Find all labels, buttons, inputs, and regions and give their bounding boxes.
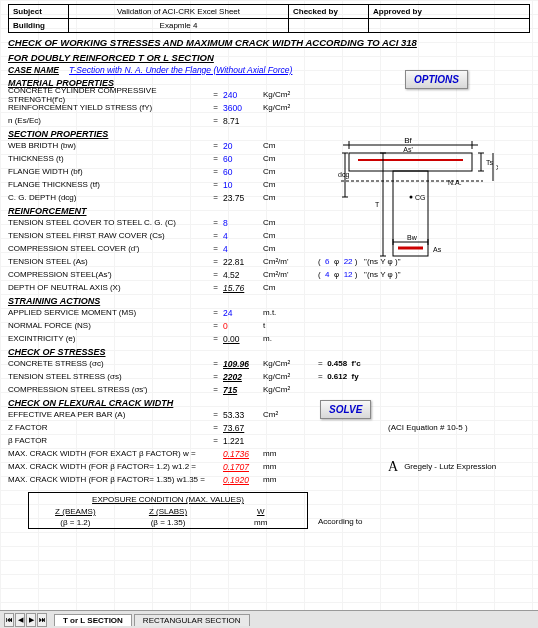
sc-value: 109.96 (223, 359, 263, 369)
bw-label: WEB BRIDTH (bw) (8, 141, 208, 150)
z-note: (ACI Equation # 10-5 ) (388, 423, 468, 432)
beta-label: β FACTOR (8, 436, 208, 445)
subject-label: Subject (9, 5, 69, 18)
tab-last-icon[interactable]: ⏭ (37, 613, 47, 627)
approved-value (369, 19, 449, 32)
main-title-1: CHECK OF WORKING STRESSES AND MAXIMUM CR… (8, 37, 530, 48)
c-value[interactable]: 8 (223, 218, 263, 228)
dprime-value[interactable]: 4 (223, 244, 263, 254)
exposure-table: EXPOSURE CONDITION (MAX. VALUES) Z (BEAM… (28, 492, 308, 529)
building-label: Building (9, 19, 69, 32)
ms-value[interactable]: 24 (223, 308, 263, 318)
w-value: 0.1736 (223, 449, 263, 459)
w-label: MAX. CRACK WIDTH (FOR EXACT β FACTOR) w … (8, 449, 223, 458)
ss-label: TENSION STEEL STRESS (σs) (8, 372, 208, 381)
dcg-label: C. G. DEPTH (dcg) (8, 193, 208, 202)
z-value: 73.67 (223, 423, 263, 433)
a-value: 53.33 (223, 410, 263, 420)
e-label: EXCINTRICITY (e) (8, 334, 208, 343)
straining-heading: STRAINING ACTIONS (8, 296, 530, 306)
dcg-value: 23.75 (223, 193, 263, 203)
w135-label: MAX. CRACK WIDTH (FOR β FACTOR= 1.35) w1… (8, 475, 223, 484)
expo-title: EXPOSURE CONDITION (MAX. VALUES) (29, 493, 307, 506)
subject-value: Validation of ACI-CRK Excel Sheet (69, 5, 289, 18)
n-value: 8.71 (223, 116, 263, 126)
tab-next-icon[interactable]: ▶ (26, 613, 36, 627)
z-label: Z FACTOR (8, 423, 208, 432)
approved-label: Approved by (369, 5, 449, 18)
tab-prev-icon[interactable]: ◀ (15, 613, 25, 627)
ssprime-value: 715 (223, 385, 263, 395)
gregely-mark: A (388, 459, 398, 475)
case-link[interactable]: T-Section with N. A. Under the Flange (W… (69, 65, 292, 75)
bf-label: FLANGE WIDTH (bf) (8, 167, 208, 176)
n-label: n (Es/Ec) (8, 116, 208, 125)
main-title-2: FOR DOUBLY REINFORCED T OR L SECTION (8, 52, 530, 63)
bw-value[interactable]: 20 (223, 141, 263, 151)
according-to: According to (318, 517, 530, 526)
ssprime-label: COMPRESSION STEEL STRESS (σs') (8, 385, 208, 394)
tab-first-icon[interactable]: ⏮ (4, 613, 14, 627)
asprime-value: 4.52 (223, 270, 263, 280)
asprime-label: COMPRESSION STEEL(As') (8, 270, 208, 279)
section-props-heading: SECTION PROPERTIES (8, 129, 530, 139)
as-label: TENSION STEEL (As) (8, 257, 208, 266)
x-label: DEPTH OF NEUTRAL AXIS (X) (8, 283, 208, 292)
ns-label: NORMAL FORCE (NS) (8, 321, 208, 330)
as-value: 22.81 (223, 257, 263, 267)
w135-value: 0.1920 (223, 475, 263, 485)
checked-value (289, 19, 369, 32)
checked-label: Checked by (289, 5, 369, 18)
ms-label: APPLIED SERVICE MOMENT (MS) (8, 308, 208, 317)
building-value: Exapmle 4 (69, 19, 289, 32)
cs-label: TENSION STEEL FIRST RAW COVER (Cs) (8, 231, 208, 240)
tab-t-or-l-section[interactable]: T or L SECTION (54, 614, 132, 626)
case-name-label: CASE NAME (8, 65, 59, 75)
header-row-1: Subject Validation of ACI-CRK Excel Shee… (8, 4, 530, 19)
w12-value: 0.1707 (223, 462, 263, 472)
c-label: TENSION STEEL COVER TO STEEL C. G. (C) (8, 218, 208, 227)
tab-rectangular-section[interactable]: RECTANGULAR SECTION (134, 614, 250, 626)
e-value: 0.00 (223, 334, 263, 344)
solve-button[interactable]: SOLVE (320, 400, 371, 419)
cs-value[interactable]: 4 (223, 231, 263, 241)
ns-value[interactable]: 0 (223, 321, 263, 331)
a-label: EFFECTIVE AREA PER BAR (A) (8, 410, 208, 419)
sheet-tab-bar: ⏮ ◀ ▶ ⏭ T or L SECTION RECTANGULAR SECTI… (0, 610, 538, 628)
beta-value: 1.221 (223, 436, 263, 446)
x-value: 15.76 (223, 283, 263, 293)
reinforcement-heading: REINFORCEMENT (8, 206, 530, 216)
t-value[interactable]: 60 (223, 154, 263, 164)
check-stress-heading: CHECK OF STRESSES (8, 347, 530, 357)
options-button[interactable]: OPTIONS (405, 70, 468, 89)
worksheet-content: Subject Validation of ACI-CRK Excel Shee… (0, 0, 538, 530)
check-crack-heading: CHECK ON FLEXURAL CRACK WIDTH (8, 398, 530, 408)
t-label: THICKNESS (t) (8, 154, 208, 163)
fy-label: REINFORCEMENT YIELD STRESS (fY) (8, 103, 208, 112)
tf-value[interactable]: 10 (223, 180, 263, 190)
tab-nav: ⏮ ◀ ▶ ⏭ (0, 613, 52, 627)
fc-value[interactable]: 240 (223, 90, 263, 100)
gregely-note: Gregely - Lutz Expression (404, 462, 496, 471)
header-row-2: Building Exapmle 4 (8, 19, 530, 33)
w12-label: MAX. CRACK WIDTH (FOR β FACTOR= 1.2) w1.… (8, 462, 223, 471)
fy-value[interactable]: 3600 (223, 103, 263, 113)
dprime-label: COMPRESSION STEEL COVER (d') (8, 244, 208, 253)
tf-label: FLANGE THICKNESS (tf) (8, 180, 208, 189)
sc-label: CONCRETE STRESS (σc) (8, 359, 208, 368)
fc-label: CONCRETE CYLINDER COMPRESSIVE STRENGTH(f… (8, 86, 208, 104)
ss-value: 2202 (223, 372, 263, 382)
bf-value[interactable]: 60 (223, 167, 263, 177)
